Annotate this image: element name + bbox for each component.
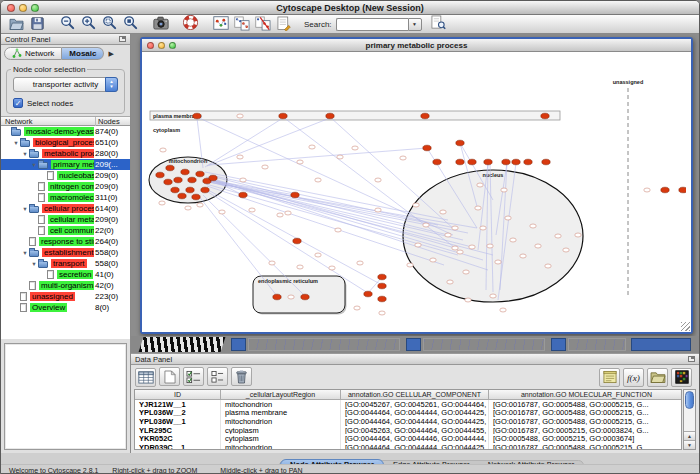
attribute-select-button[interactable] (207, 367, 228, 386)
gene-node[interactable] (555, 234, 561, 238)
gene-node-highlighted[interactable] (193, 113, 201, 119)
float-panel-icon[interactable] (119, 36, 126, 42)
edge[interactable] (205, 118, 283, 167)
tree-item-cellular-metabo[interactable]: cellular metabo209(0) (1, 214, 130, 225)
gene-node[interactable] (309, 145, 315, 149)
tree-item-secretion[interactable]: secretion41(0) (1, 269, 130, 280)
gene-node-highlighted[interactable] (541, 113, 549, 119)
network-image-button[interactable] (211, 15, 230, 32)
gene-node[interactable] (430, 258, 436, 262)
gene-node[interactable] (160, 148, 166, 152)
table-row-ylr295c[interactable]: YLR295Ccytoplasm[GO:0045263, GO:0044464,… (135, 426, 681, 435)
help-lifering-button[interactable] (181, 14, 200, 31)
table-row-ypl036w-2[interactable]: YPL036W__2plasma membrane[GO:0044464, GO… (135, 409, 681, 418)
gene-node[interactable] (379, 311, 385, 315)
gene-node[interactable] (440, 210, 446, 214)
gene-node[interactable] (337, 155, 343, 159)
search-dropdown-arrow-icon[interactable]: ▼ (408, 18, 422, 31)
float-panel-icon[interactable] (688, 356, 695, 362)
gene-node-highlighted[interactable] (178, 193, 186, 199)
gene-node[interactable] (510, 238, 516, 242)
gene-node-highlighted[interactable] (456, 159, 464, 165)
tab-overflow-arrow-icon[interactable]: ▶ (108, 50, 113, 58)
gene-node[interactable] (375, 178, 381, 182)
gene-node[interactable] (445, 233, 451, 237)
gene-node-highlighted[interactable] (164, 179, 172, 185)
gene-node[interactable] (490, 294, 496, 298)
close-window-icon[interactable] (7, 4, 15, 12)
tab-network[interactable]: Network (4, 47, 62, 60)
network-window-titlebar[interactable]: primary metabolic process (142, 39, 691, 52)
gene-node[interactable] (505, 216, 511, 220)
gene-node-highlighted[interactable] (273, 294, 281, 300)
gene-node[interactable] (415, 243, 421, 247)
tree-item-cellular-process[interactable]: ▼cellular process614(0) (1, 203, 130, 214)
tree-item-transport[interactable]: ▼transport558(0) (1, 258, 130, 269)
gene-node[interactable] (315, 178, 321, 182)
gene-node[interactable] (375, 208, 381, 212)
gene-node[interactable] (297, 160, 303, 164)
gene-node-highlighted[interactable] (433, 159, 441, 165)
gene-node-highlighted[interactable] (378, 274, 386, 280)
tree-header-network[interactable]: Network (1, 117, 96, 126)
scroll-down-arrow-icon[interactable]: ▼ (684, 440, 695, 449)
gene-node[interactable] (219, 210, 225, 214)
gene-node[interactable] (357, 261, 363, 265)
table-row-ykr052c[interactable]: YKR052Ccytoplasm[GO:0044464, GO:0044446,… (135, 434, 681, 443)
column-header-annotation-go-molecular-function[interactable]: annotation.GO MOLECULAR_FUNCTION (489, 390, 682, 399)
zoom-view-icon[interactable] (169, 42, 176, 49)
gene-node-highlighted[interactable] (293, 238, 301, 244)
zoom-fit-button[interactable] (100, 14, 119, 31)
gene-node[interactable] (197, 203, 203, 207)
column-header-cellularlayoutregion[interactable]: _cellularLayoutRegion (221, 390, 341, 399)
tree-header-nodes[interactable]: Nodes (96, 117, 130, 126)
gene-node[interactable] (480, 226, 486, 230)
tree-item-primary-metabo[interactable]: ▼primary metabo209(... (1, 159, 130, 170)
gene-node-highlighted[interactable] (512, 159, 520, 165)
annotation-tool-button[interactable] (274, 15, 293, 32)
gene-node-highlighted[interactable] (209, 175, 217, 181)
gene-node[interactable] (262, 165, 268, 169)
tree-item-metabolic-process[interactable]: ▼metabolic process280(0) (1, 148, 130, 159)
gene-node[interactable] (159, 201, 165, 205)
tree-item-nitrogen-compo[interactable]: nitrogen compo209(0) (1, 181, 130, 192)
gene-node[interactable] (447, 280, 453, 284)
network-view-window[interactable]: primary metabolic process plasma membran… (140, 37, 693, 334)
gene-node[interactable] (575, 233, 581, 237)
gene-node[interactable] (530, 224, 536, 228)
tree-item-overview[interactable]: Overview8(0) (1, 302, 130, 313)
gene-node[interactable] (535, 244, 541, 248)
zoom-selected-button[interactable] (121, 14, 140, 31)
gene-node[interactable] (285, 211, 291, 215)
gene-node[interactable] (452, 246, 458, 250)
gene-node[interactable] (500, 308, 506, 312)
gene-node[interactable] (463, 270, 469, 274)
gene-node[interactable] (563, 248, 569, 252)
gene-node-highlighted[interactable] (156, 172, 164, 178)
gene-node-highlighted[interactable] (171, 187, 179, 193)
create-network-view-button[interactable] (232, 15, 251, 32)
destroy-network-view-button[interactable] (253, 15, 272, 32)
tree-item-biological-process[interactable]: ▼biological_process651(0) (1, 137, 130, 148)
close-view-icon[interactable] (147, 42, 154, 49)
gene-node-highlighted[interactable] (196, 171, 204, 177)
gene-node-highlighted[interactable] (468, 159, 476, 165)
zoom-window-icon[interactable] (31, 4, 39, 12)
gene-node-highlighted[interactable] (291, 192, 299, 198)
export-image-button[interactable] (151, 15, 170, 32)
gene-node[interactable] (315, 253, 321, 257)
gene-node-highlighted[interactable] (301, 294, 309, 300)
gene-node[interactable] (354, 306, 360, 310)
gene-node[interactable] (501, 188, 507, 192)
gene-node-highlighted[interactable] (279, 113, 287, 119)
edge[interactable] (208, 180, 438, 225)
expander-triangle-icon[interactable]: ▼ (12, 140, 20, 146)
resize-grip-icon[interactable] (681, 322, 690, 331)
open-session-button[interactable] (7, 15, 26, 32)
gene-node[interactable] (495, 260, 501, 264)
expander-triangle-icon[interactable]: ▼ (21, 151, 29, 157)
tab-mosaic[interactable]: Mosaic (62, 47, 104, 60)
table-row-ypl036w-1[interactable]: YPL036W__1mitochondrion[GO:0044464, GO:0… (135, 417, 681, 426)
scroll-up-arrow-icon[interactable]: ▲ (684, 431, 695, 440)
gene-node-highlighted[interactable] (421, 113, 429, 119)
